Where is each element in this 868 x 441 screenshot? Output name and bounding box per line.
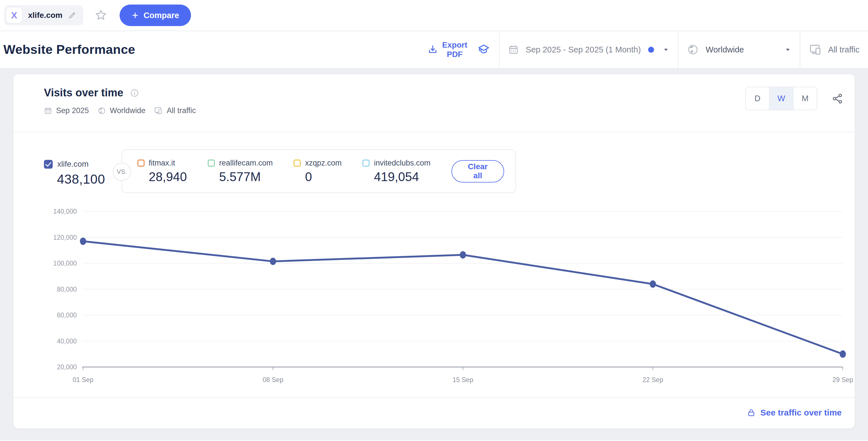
chart-area: 140,000120,000100,00080,00060,00040,0002… [13, 198, 855, 391]
visits-chart-svg[interactable]: 140,000120,000100,00080,00060,00040,0002… [13, 198, 855, 391]
chevron-down-icon [662, 46, 669, 53]
competitor-checkbox[interactable] [293, 160, 301, 167]
competitor-name: invitedclubs.com [374, 159, 430, 167]
main-site-checkbox[interactable] [44, 160, 53, 169]
svg-text:08 Sep: 08 Sep [263, 376, 283, 383]
svg-text:22 Sep: 22 Sep [643, 376, 663, 383]
date-range-label: Sep 2025 - Sep 2025 (1 Month) [526, 45, 641, 55]
competitor-name: fitmax.it [149, 159, 175, 167]
header-controls: Export PDF Sep 2025 - Sep 2025 (1 Month)… [419, 31, 868, 68]
date-status-dot [648, 47, 654, 53]
region-selector[interactable]: Worldwide [678, 31, 800, 68]
card-footer: See traffic over time [13, 397, 855, 428]
compare-button[interactable]: Compare [120, 4, 191, 26]
visits-over-time-card: Visits over time Sep 2025 [13, 74, 855, 429]
svg-text:01 Sep: 01 Sep [73, 376, 94, 383]
export-pdf-button[interactable]: Export PDF [427, 40, 467, 59]
card-title: Visits over time [44, 87, 123, 99]
svg-text:29 Sep: 29 Sep [833, 376, 853, 383]
competitor-name: xzqpz.com [305, 159, 341, 167]
svg-text:80,000: 80,000 [57, 286, 77, 293]
granularity-month-button[interactable]: M [793, 87, 817, 110]
granularity-toggle: D W M [745, 87, 817, 110]
competitor-value: 0 [305, 170, 341, 184]
main-site-value: 438,100 [57, 171, 105, 187]
competitor-item: fitmax.it 28,940 [137, 159, 187, 184]
traffic-type-label: All traffic [828, 45, 860, 55]
page-header: Website Performance Export PDF Sep 2025 … [0, 31, 868, 69]
export-pdf-label-line2: PDF [442, 50, 467, 59]
date-range-selector[interactable]: Sep 2025 - Sep 2025 (1 Month) [499, 31, 678, 68]
card-meta-traffic: All traffic [167, 106, 196, 115]
traffic-type-selector[interactable]: All traffic [800, 31, 868, 68]
devices-icon [154, 106, 163, 115]
lock-icon [747, 408, 756, 417]
competitor-value: 5.577M [219, 170, 273, 184]
card-filters-summary: Sep 2025 Worldwide All traffic [44, 106, 200, 115]
main-site-legend: xlife.com 438,100 [44, 149, 105, 187]
academy-cap-icon[interactable] [477, 43, 491, 56]
competitor-checkbox[interactable] [208, 160, 215, 167]
page-title: Website Performance [0, 42, 135, 57]
edit-pencil-icon[interactable] [68, 11, 76, 20]
svg-text:120,000: 120,000 [53, 234, 77, 241]
compare-button-label: Compare [144, 11, 179, 20]
download-icon [427, 44, 438, 55]
competitor-item: xzqpz.com 0 [293, 159, 341, 184]
devices-icon [809, 43, 822, 56]
see-traffic-link[interactable]: See traffic over time [747, 408, 842, 417]
granularity-week-button[interactable]: W [769, 87, 794, 110]
share-icon[interactable] [832, 93, 843, 104]
competitor-checkbox[interactable] [363, 160, 370, 167]
chart-legend: xlife.com 438,100 VS. fitmax.it 28,940 [44, 149, 843, 193]
svg-text:100,000: 100,000 [53, 260, 77, 267]
calendar-icon [508, 44, 519, 55]
favorite-star-icon[interactable] [94, 8, 108, 22]
main-site-name: xlife.com [57, 160, 88, 169]
competitor-checkbox[interactable] [137, 160, 145, 167]
clear-all-button[interactable]: Clear all [452, 160, 504, 183]
competitor-name: reallifecam.com [219, 159, 273, 167]
granularity-day-button[interactable]: D [745, 87, 770, 110]
competitor-value: 419,054 [374, 170, 430, 184]
chevron-down-icon [784, 46, 791, 53]
main-content: Visits over time Sep 2025 [0, 69, 868, 440]
svg-text:40,000: 40,000 [57, 338, 77, 345]
card-header: Visits over time Sep 2025 [13, 74, 855, 132]
competitor-item: invitedclubs.com 419,054 [363, 159, 430, 184]
plus-icon [131, 11, 139, 19]
vs-badge: VS. [113, 163, 131, 181]
info-icon[interactable] [130, 88, 139, 97]
see-traffic-link-label: See traffic over time [760, 408, 842, 417]
card-meta-date: Sep 2025 [56, 106, 89, 115]
card-meta-region: Worldwide [110, 106, 146, 115]
competitor-value: 28,940 [149, 170, 187, 184]
region-label: Worldwide [706, 45, 744, 55]
competitors-box: VS. fitmax.it 28,940 reallifecam.com 5.5… [122, 149, 516, 193]
svg-text:140,000: 140,000 [53, 208, 77, 215]
globe-icon [97, 106, 106, 115]
svg-text:60,000: 60,000 [57, 312, 77, 319]
x-logo-icon: X [11, 10, 17, 21]
competitor-item: reallifecam.com 5.577M [208, 159, 273, 184]
svg-text:20,000: 20,000 [57, 363, 77, 371]
export-group: Export PDF [419, 31, 499, 68]
site-selector-pill[interactable]: X xlife.com [4, 5, 83, 26]
site-name: xlife.com [28, 11, 62, 20]
site-favicon: X [6, 7, 22, 24]
export-pdf-label-line1: Export [442, 40, 467, 50]
globe-icon [687, 44, 699, 56]
calendar-icon [44, 106, 52, 115]
top-bar: X xlife.com Compare [0, 0, 868, 31]
svg-text:15 Sep: 15 Sep [453, 376, 473, 383]
